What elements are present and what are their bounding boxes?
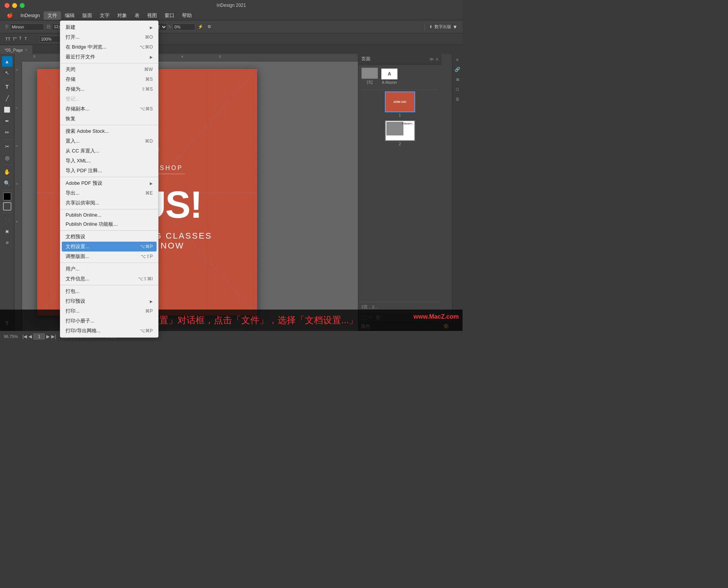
- no-master-item[interactable]: [无]: [361, 68, 378, 85]
- menu-file-info[interactable]: 文件信息... ⌥⇧⌘I: [60, 274, 158, 284]
- type-tool[interactable]: T: [2, 82, 13, 92]
- line-tool[interactable]: ╱: [2, 93, 13, 104]
- menu-file[interactable]: 文件: [44, 11, 61, 20]
- menu-search-stock[interactable]: 搜索 Adobe Stock...: [60, 126, 158, 136]
- rect-tool[interactable]: ⬜: [2, 104, 13, 115]
- menu-adjust-layout[interactable]: 调整版面... ⌥⇧P: [60, 252, 158, 261]
- menu-package-label: 打包...: [66, 288, 80, 295]
- tab-name: *05_Page: [5, 48, 23, 52]
- menu-doc-preset[interactable]: 文档预设: [60, 232, 158, 242]
- stroke-color[interactable]: [3, 202, 11, 211]
- menu-save-copy[interactable]: 存储副本... ⌥⌘S: [60, 104, 158, 114]
- hand-tool[interactable]: ✋: [2, 167, 13, 177]
- menu-bridge[interactable]: 在 Bridge 中浏览... ⌥⌘O: [60, 42, 158, 52]
- settings-btn[interactable]: ⚙: [206, 24, 213, 30]
- ruler-label-v1: 1: [15, 107, 19, 108]
- menu-publish-online[interactable]: Publish Online...: [60, 211, 158, 219]
- menu-import-pdf[interactable]: 导入 PDF 注释...: [60, 166, 158, 176]
- menu-bar: 🍎 InDesign 文件 编辑 版面 文字 对象 表 视图 窗口 帮助: [0, 11, 463, 20]
- close-button[interactable]: [5, 3, 9, 8]
- ts-label: TT: [13, 36, 17, 41]
- prev-page-btn[interactable]: ◀: [28, 334, 32, 339]
- tab-close-icon[interactable]: ×: [25, 48, 27, 52]
- fill-color[interactable]: [3, 192, 11, 201]
- gradient-tool[interactable]: ◎: [2, 153, 13, 163]
- app-title: InDesign 2021: [217, 3, 246, 8]
- menu-new-label: 新建: [66, 24, 75, 31]
- direct-select-tool[interactable]: ↖: [2, 68, 13, 78]
- layers-panel-btn[interactable]: ☰: [453, 95, 462, 103]
- menu-package[interactable]: 打包...: [60, 286, 158, 296]
- menu-place-cc[interactable]: 从 CC 库置入...: [60, 146, 158, 156]
- menu-close[interactable]: 关闭 ⌘W: [60, 64, 158, 74]
- menu-share-review[interactable]: 共享以供审阅...: [60, 198, 158, 208]
- panel-header-icons: ≫ ≡: [429, 57, 438, 62]
- document-tab[interactable]: *05_Page ×: [0, 46, 32, 54]
- apply-color-btn[interactable]: ⬛: [2, 214, 13, 225]
- menu-place[interactable]: 置入... ⌘D: [60, 136, 158, 146]
- last-page-btn[interactable]: ▶|: [51, 334, 56, 339]
- menu-object[interactable]: 对象: [113, 11, 131, 20]
- page-thumb-item-1[interactable]: JOIN US! 1: [385, 91, 415, 117]
- menu-print[interactable]: 打印... ⌘P: [60, 306, 158, 316]
- menu-recent[interactable]: 最近打开文件: [60, 52, 158, 62]
- align-panel-btn[interactable]: ⊞: [453, 75, 462, 83]
- menu-print-export-grid[interactable]: 打印/导出网格... ⌥⌘P: [60, 326, 158, 336]
- lightning-btn[interactable]: ⚡: [196, 24, 205, 30]
- menu-revert-label: 恢复: [66, 115, 75, 122]
- first-page-btn[interactable]: |◀: [22, 334, 27, 339]
- menu-save[interactable]: 存储 ⌘S: [60, 74, 158, 84]
- selection-tool[interactable]: ▲: [2, 56, 13, 67]
- apply-gradient-btn[interactable]: ▣: [2, 226, 13, 236]
- menu-open[interactable]: 打开... ⌘O: [60, 32, 158, 42]
- zoom-tool[interactable]: 🔍: [2, 178, 13, 189]
- minimize-button[interactable]: [12, 3, 17, 8]
- pages-panel: 页面 ≫ ≡ [无] A A-Master: [358, 54, 441, 322]
- panel-collapse-btn[interactable]: ≫: [429, 57, 434, 62]
- menu-import-pdf-label: 导入 PDF 注释...: [66, 167, 102, 174]
- menu-view[interactable]: 视图: [143, 11, 161, 20]
- effects-panel-btn[interactable]: ⬡: [453, 85, 462, 93]
- menu-window[interactable]: 窗口: [161, 11, 178, 20]
- pencil-tool[interactable]: ✏: [2, 127, 13, 138]
- properties-panel-btn[interactable]: ≡: [453, 55, 462, 64]
- menu-layout[interactable]: 版面: [78, 11, 96, 20]
- menu-export[interactable]: 导出... ⌘E: [60, 188, 158, 198]
- maximize-button[interactable]: [20, 3, 25, 8]
- publish-label: 数字出版: [435, 24, 451, 30]
- menu-print-booklet[interactable]: 打印小册子...: [60, 316, 158, 326]
- menu-revert[interactable]: 恢复: [60, 114, 158, 124]
- pen-tool[interactable]: ✒: [2, 116, 13, 126]
- menu-pdf-preset[interactable]: Adobe PDF 预设: [60, 178, 158, 188]
- menu-new[interactable]: 新建: [60, 22, 158, 32]
- rotate-input[interactable]: [173, 24, 195, 30]
- menu-print-export-grid-label: 打印/导出网格...: [66, 327, 100, 334]
- menu-print-preset[interactable]: 打印预设: [60, 296, 158, 306]
- menu-text[interactable]: 文字: [96, 11, 113, 20]
- links-panel-btn[interactable]: 🔗: [453, 65, 462, 74]
- menu-import-xml[interactable]: 导入 XML...: [60, 156, 158, 166]
- page-thumb-item-2[interactable]: A READY... 2: [385, 120, 415, 146]
- panel-menu-btn[interactable]: ≡: [436, 57, 438, 62]
- scissors-tool[interactable]: ✂: [2, 141, 13, 152]
- menu-search-stock-label: 搜索 Adobe Stock...: [66, 128, 109, 135]
- menu-doc-setup[interactable]: 文档设置... ⌥⌘P: [62, 242, 157, 252]
- apply-none-btn[interactable]: ⊘: [2, 237, 13, 248]
- menu-print-preset-label: 打印预设: [66, 298, 85, 305]
- next-page-btn[interactable]: ▶: [46, 334, 50, 339]
- menu-save-as[interactable]: 存储为... ⇧⌘S: [60, 84, 158, 94]
- font-name-input[interactable]: [10, 24, 44, 30]
- menu-table[interactable]: 表: [131, 11, 143, 20]
- page-nav: |◀ ◀ ▶ ▶|: [22, 333, 56, 340]
- menu-indesign[interactable]: InDesign: [17, 12, 44, 19]
- page-number-input[interactable]: [33, 333, 45, 340]
- menu-publish-online-panel[interactable]: Publish Online 功能板...: [60, 219, 158, 229]
- a-master-item[interactable]: A A-Master: [381, 68, 398, 85]
- menu-help[interactable]: 帮助: [178, 11, 196, 20]
- menu-user[interactable]: 用户...: [60, 264, 158, 274]
- menu-checkin-label: 登记...: [66, 96, 80, 102]
- pages-panel-header: 页面 ≫ ≡: [358, 54, 441, 64]
- apple-menu-item[interactable]: 🍎: [3, 12, 17, 19]
- menu-edit[interactable]: 编辑: [61, 11, 78, 20]
- page-num-2: 2: [399, 142, 401, 146]
